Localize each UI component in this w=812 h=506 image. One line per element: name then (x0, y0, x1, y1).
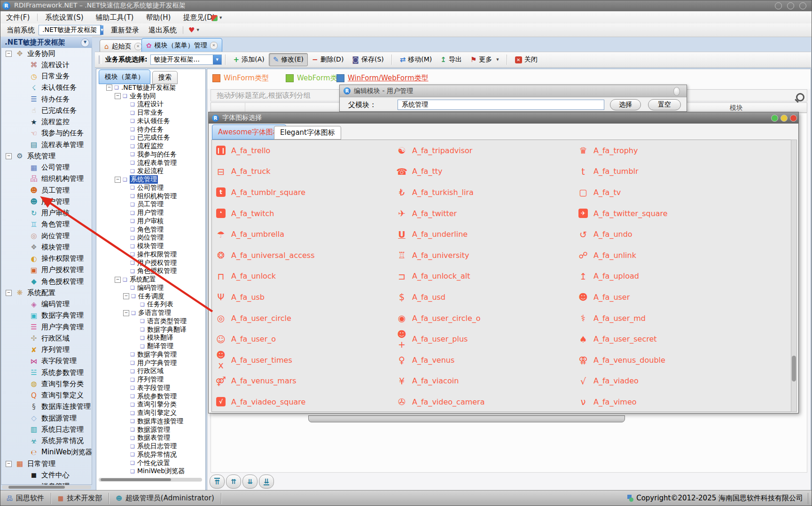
font-icon-entry[interactable]: ♛ A_fa_trophy (577, 140, 796, 161)
close-window-button[interactable] (799, 2, 806, 9)
sidebar-tree-item[interactable]: ▣ 数据字典管理 (1, 310, 92, 321)
sidebar-tree-item[interactable]: 品 组织机构管理 (1, 173, 92, 185)
module-tree-item[interactable]: ❏ 模块翻译 (97, 334, 205, 343)
font-icon-entry[interactable]: ⚕ A_fa_user_md (577, 308, 796, 329)
font-icon-entry[interactable]: ₺ A_fa_turkish_lira (396, 182, 577, 203)
font-icon-entry[interactable]: √ A_fa_viadeo (577, 371, 796, 392)
sidebar-tree-item[interactable]: Q 查询引擎定义 (1, 390, 92, 401)
grid-header-cell[interactable] (211, 103, 245, 112)
icon-grid-scroll-thumb[interactable] (792, 356, 796, 381)
menu-item[interactable]: 文件(F) (0, 11, 36, 23)
font-icon-entry[interactable]: ❙❙ A_fa_trello (215, 140, 396, 161)
sidebar-tree-item[interactable]: − ▦ 日常管理 (1, 458, 92, 469)
module-tree-item[interactable]: ❏ 翻译管理 (97, 342, 205, 350)
icon-dialog-titlebar[interactable]: R 字体图标选择 (209, 112, 798, 124)
sidebar-tree-item[interactable]: ◷ 日常业务 (1, 71, 92, 82)
font-icon-entry[interactable]: ♠ A_fa_user_secret (577, 328, 796, 350)
module-tree-item[interactable]: ❏ 个性化设置 (97, 459, 205, 467)
module-tree-item[interactable]: ❏ 数据字典管理 (97, 350, 205, 359)
dialog-minimize-button[interactable] (771, 115, 778, 122)
font-icon-entry[interactable]: ☯ A_fa_tripadvisor (396, 140, 577, 161)
tree-collapse-icon[interactable]: − (123, 293, 129, 299)
tab-elegant-font-icons[interactable]: Elegant字体图标 (274, 126, 341, 140)
sidebar-tree-item[interactable]: ✘ 序列管理 (1, 344, 92, 356)
module-tree-item[interactable]: ❏ 序列管理 (97, 375, 205, 384)
sidebar-tree-item[interactable]: − ✥ 业务协同 (1, 48, 92, 59)
module-tree-item[interactable]: ❏ 用户授权管理 (97, 259, 205, 267)
font-icon-entry[interactable]: ↺ A_fa_undo (577, 224, 796, 245)
module-tree-item[interactable]: ❏ 公司管理 (97, 184, 205, 192)
module-tree-item[interactable]: ❏ 未认领任务 (97, 117, 205, 125)
module-tree-item[interactable]: ❏ 用户字典管理 (97, 359, 205, 367)
module-tree-item[interactable]: ❏ MiniWeb浏览器 (97, 467, 205, 476)
font-icon-entry[interactable]: ☺ A_fa_user_o (215, 328, 396, 350)
tab-module-management[interactable]: ✿ 模块（菜单）管理 ✕ (141, 38, 222, 53)
select-button[interactable]: 选择 (610, 99, 641, 110)
tab-search[interactable]: 搜索 (152, 71, 178, 84)
font-icon-entry[interactable]: ⚤ A_fa_venus_mars (215, 371, 396, 392)
sidebar-tree-item[interactable]: ◎ 岗位管理 (1, 230, 92, 241)
tab-close-icon[interactable]: ✕ (210, 42, 218, 49)
tree-collapse-icon[interactable]: − (6, 51, 12, 57)
sidebar-tree-item[interactable]: ♊ 角色管理 (1, 219, 92, 230)
sidebar-tree-item[interactable]: ▦ 公司管理 (1, 162, 92, 173)
grid-header-cell[interactable] (245, 103, 349, 112)
font-icon-entry[interactable]: ☍ A_fa_unlink (577, 245, 796, 266)
module-tree-item[interactable]: ❏ 任务列表 (97, 301, 205, 309)
sidebar-hscroll-thumb[interactable] (8, 486, 65, 489)
favorite-heart-icon[interactable]: ♥ (188, 26, 195, 34)
sidebar-tree-item[interactable]: ❖ 模块管理 (1, 241, 92, 253)
sidebar-tree-item[interactable]: ☱ 系统参数管理 (1, 367, 92, 378)
module-tree-item[interactable]: − ❏ 系统管理 (97, 175, 205, 184)
module-tree-item[interactable]: ❏ 角色管理 (97, 226, 205, 234)
font-icon-entry[interactable]: ⊐ A_fa_unlock_alt (396, 266, 577, 287)
font-icon-entry[interactable]: $ A_fa_usd (396, 287, 577, 308)
font-icon-entry[interactable]: ☎ A_fa_tty (396, 161, 577, 182)
sidebar-tree-item[interactable]: ◐ 操作权限管理 (1, 253, 92, 265)
sidebar-tree-item[interactable]: § 数据库连接管理 (1, 401, 92, 413)
sidebar-tree-item[interactable]: ⌘ 流程设计 (1, 59, 92, 70)
toolbar-button[interactable]: ⇄ 移动(M) (396, 53, 437, 66)
toolbar-button[interactable]: ⚑ 更多 ▼ (466, 53, 503, 66)
module-tree-item[interactable]: ❏ 数据库连接管理 (97, 417, 205, 426)
chevron-down-icon[interactable]: ▼ (196, 28, 199, 32)
font-icon-entry[interactable]: ⚢ A_fa_venus_double (577, 350, 796, 371)
sidebar-tree-item[interactable]: ★ 流程监控 (1, 117, 92, 128)
module-tree-item[interactable]: − ❏ 任务调度 (97, 292, 205, 301)
chevron-down-icon[interactable]: ▼ (100, 25, 103, 35)
module-tree-item[interactable]: ❏ 流程监控 (97, 142, 205, 150)
module-tree-item[interactable]: ❏ 系统参数管理 (97, 392, 205, 401)
sidebar-tree-item[interactable]: ℮ MiniWeb浏览器 (1, 447, 92, 458)
tree-collapse-icon[interactable]: − (115, 177, 121, 183)
module-tree-item[interactable]: ❏ 查询引擎分类 (97, 401, 205, 409)
font-icon-entry[interactable]: ν A_fa_vimeo (577, 391, 796, 412)
tree-collapse-icon[interactable]: − (6, 153, 12, 159)
font-icon-entry[interactable]: ✇ A_fa_video_camera (396, 391, 577, 412)
sidebar-tree-item[interactable]: ▥ 系统日志管理 (1, 424, 92, 435)
font-icon-entry[interactable]: ♀ A_fa_venus (396, 350, 577, 371)
module-tree-item[interactable]: ❏ 员工管理 (97, 201, 205, 209)
module-tree-item[interactable]: ❏ 用户管理 (97, 209, 205, 217)
sidebar-tree-item[interactable]: − ❋ 系统配置 (1, 287, 92, 298)
tree-collapse-icon[interactable]: − (106, 85, 112, 91)
sidebar-collapse-button[interactable]: ▼ (81, 39, 89, 47)
toolbar-button[interactable]: ✎ 修改(E) (269, 53, 308, 66)
module-tree-item[interactable]: ❏ 操作权限管理 (97, 250, 205, 259)
menu-item[interactable]: 帮助(H) (140, 11, 177, 23)
module-tree-hscroll-thumb[interactable] (101, 478, 171, 481)
edit-module-dialog-titlebar[interactable]: R 编辑模块 - 用户管理 (340, 85, 687, 97)
module-tree-item[interactable]: ❏ 语言类型管理 (97, 317, 205, 326)
icon-grid-vscrollbar[interactable] (791, 140, 797, 412)
module-tree-item[interactable]: ❏ 已完成任务 (97, 134, 205, 142)
module-tree-item[interactable]: ❏ 编码管理 (97, 284, 205, 292)
font-icon-entry[interactable]: t A_fa_tumblr (577, 161, 796, 182)
maximize-button[interactable] (787, 2, 794, 9)
scroll-down-button[interactable]: ⇊ (242, 475, 258, 489)
module-tree-item[interactable]: − ❏ 系统配置 (97, 275, 205, 284)
module-tree-hscrollbar[interactable] (99, 478, 202, 482)
module-tree-item[interactable]: ❏ 流程表单管理 (97, 159, 205, 167)
search-icon[interactable] (796, 93, 804, 101)
font-icon-entry[interactable]: ❂ A_fa_universal_access (215, 245, 396, 266)
scroll-up-button[interactable]: ⇈ (226, 475, 241, 489)
sidebar-tree-item[interactable]: ☇ 未认领任务 (1, 82, 92, 93)
